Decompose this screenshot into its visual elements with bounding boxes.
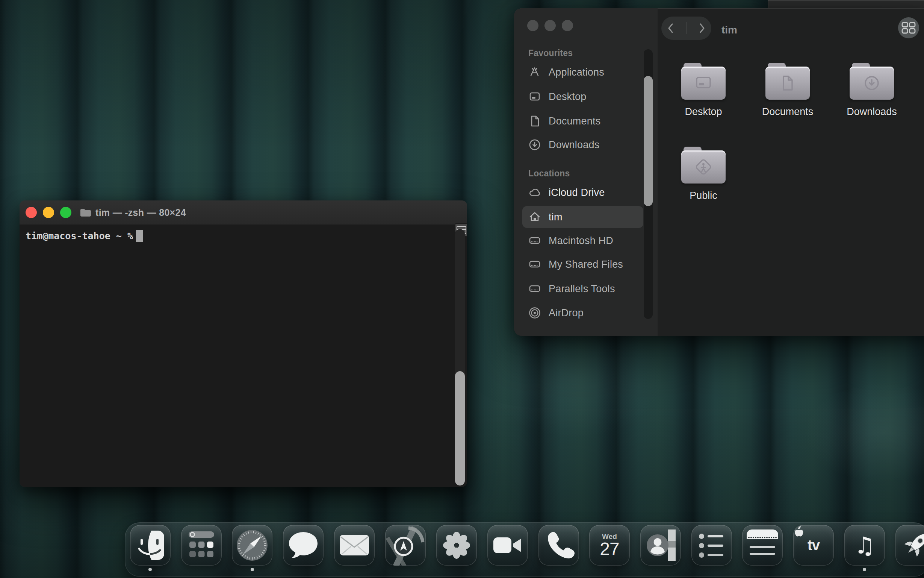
sidebar-item-parallels-tools[interactable]: Parallels Tools xyxy=(522,278,643,300)
close-button[interactable] xyxy=(527,20,539,31)
sidebar-item-desktop[interactable]: Desktop xyxy=(522,86,643,107)
messages-icon xyxy=(283,525,324,566)
file-label: Public xyxy=(672,190,735,201)
dock-item-finder[interactable] xyxy=(130,525,171,566)
sidebar-item-label: tim xyxy=(549,211,563,223)
dock-item-notes[interactable] xyxy=(742,525,783,566)
hard-drive-icon xyxy=(528,258,542,271)
sidebar-item-icloud-drive[interactable]: iCloud Drive xyxy=(522,182,643,203)
sidebar-item-tim[interactable]: tim xyxy=(522,206,643,228)
sidebar-item-label: iCloud Drive xyxy=(549,187,605,198)
safari-icon xyxy=(232,525,272,566)
folder-public-icon xyxy=(681,147,726,184)
dock-item-apple-tv[interactable]: tv xyxy=(793,525,834,566)
sidebar-item-applications[interactable]: Applications xyxy=(522,61,643,83)
running-indicator-finder xyxy=(149,568,152,571)
terminal-prompt-line: tim@macos-tahoe ~ % xyxy=(26,230,143,242)
dock-item-messages[interactable] xyxy=(283,525,324,566)
desktop: { "background_window": { "description": … xyxy=(0,0,924,578)
running-indicator-safari xyxy=(251,568,254,571)
cloud-icon xyxy=(528,186,542,199)
close-button[interactable] xyxy=(26,207,37,218)
dock-item-reminders[interactable] xyxy=(691,525,732,566)
app-store-icon xyxy=(528,65,542,79)
dock-item-safari[interactable] xyxy=(232,525,272,566)
maps-icon xyxy=(385,525,426,566)
folder-documents-icon xyxy=(765,63,810,101)
chevron-left-icon[interactable] xyxy=(667,22,675,34)
sidebar-item-label: Parallels Tools xyxy=(549,283,615,295)
dock-item-rocket[interactable] xyxy=(895,525,924,566)
sidebar-item-my-shared-files[interactable]: My Shared Files xyxy=(522,253,643,275)
dock-item-photos[interactable] xyxy=(436,525,477,566)
nav-back-forward-group xyxy=(661,16,711,40)
zoom-button[interactable] xyxy=(60,207,71,218)
folder-downloads-icon xyxy=(850,63,894,101)
zoom-button[interactable] xyxy=(562,20,573,31)
sidebar-section-favourites: Favourites xyxy=(528,48,573,58)
dock-item-maps[interactable] xyxy=(385,525,426,566)
dock-item-calendar[interactable]: Wed 27 xyxy=(589,525,630,566)
sidebar-scrollbar-thumb[interactable] xyxy=(644,76,653,206)
dock-item-contacts[interactable] xyxy=(640,525,681,566)
sidebar-item-airdrop[interactable]: AirDrop xyxy=(522,302,643,324)
hard-drive-icon xyxy=(528,234,542,247)
rocket-icon xyxy=(895,525,924,566)
background-window-edge[interactable] xyxy=(768,0,924,8)
apple-tv-icon: tv xyxy=(793,525,834,566)
dock-item-phone[interactable] xyxy=(539,525,579,566)
terminal-window-title: tim — -zsh — 80×24 xyxy=(95,207,186,218)
sidebar-item-label: AirDrop xyxy=(549,307,584,319)
nav-divider xyxy=(686,22,686,34)
grid-view-button[interactable] xyxy=(898,17,919,38)
file-label: Downloads xyxy=(840,106,904,118)
file-downloads[interactable]: Downloads xyxy=(840,63,904,118)
file-public[interactable]: Public xyxy=(672,147,735,201)
terminal-prompt: tim@macos-tahoe ~ % xyxy=(26,231,133,242)
mail-icon xyxy=(334,525,375,566)
grid-view-icon xyxy=(901,21,916,34)
minimize-button[interactable] xyxy=(544,20,556,31)
dock-item-launchpad[interactable] xyxy=(181,525,222,566)
music-icon: ♫ xyxy=(844,525,885,566)
dock-item-music[interactable]: ♫ xyxy=(844,525,885,566)
facetime-icon xyxy=(487,525,528,566)
reminders-icon xyxy=(691,525,732,566)
calendar-day: 27 xyxy=(600,540,619,558)
sidebar-item-documents[interactable]: Documents xyxy=(522,110,643,132)
terminal-cursor xyxy=(136,230,143,242)
airdrop-icon xyxy=(528,306,542,320)
folder-desktop-icon xyxy=(681,63,726,101)
sidebar-item-label: Desktop xyxy=(549,91,586,103)
apple-tv-label: tv xyxy=(807,537,820,554)
launchpad-icon xyxy=(181,525,222,566)
sidebar-item-label: My Shared Files xyxy=(549,259,623,270)
sidebar-item-macintosh-hd[interactable]: Macintosh HD xyxy=(522,230,643,252)
finder-icon xyxy=(130,525,171,566)
sidebar-item-label: Downloads xyxy=(549,139,599,151)
sidebar-section-locations: Locations xyxy=(528,169,570,179)
file-documents[interactable]: Documents xyxy=(756,63,820,118)
notes-icon xyxy=(742,525,783,566)
terminal-scrollbar-thumb[interactable] xyxy=(455,371,465,485)
home-icon xyxy=(528,210,542,224)
file-desktop[interactable]: Desktop xyxy=(672,63,735,118)
hard-drive-icon xyxy=(528,282,542,295)
dock-item-facetime[interactable] xyxy=(487,525,528,566)
phone-icon xyxy=(539,525,579,566)
terminal-titlebar[interactable]: tim — -zsh — 80×24 xyxy=(19,200,467,225)
sidebar-item-label: Macintosh HD xyxy=(549,235,613,247)
terminal-content[interactable]: tim@macos-tahoe ~ % xyxy=(19,224,467,487)
file-label: Desktop xyxy=(672,106,735,118)
running-indicator-music xyxy=(863,568,866,571)
sidebar-item-label: Documents xyxy=(549,115,600,127)
calendar-icon: Wed 27 xyxy=(589,525,630,566)
desktop-icon xyxy=(528,90,542,104)
document-icon xyxy=(528,114,542,128)
chevron-right-icon[interactable] xyxy=(698,22,706,34)
dock-item-mail[interactable] xyxy=(334,525,375,566)
folder-icon xyxy=(80,208,91,218)
sidebar-item-downloads[interactable]: Downloads xyxy=(522,134,643,156)
minimize-button[interactable] xyxy=(43,207,54,218)
finder-window-title: tim xyxy=(722,24,767,36)
